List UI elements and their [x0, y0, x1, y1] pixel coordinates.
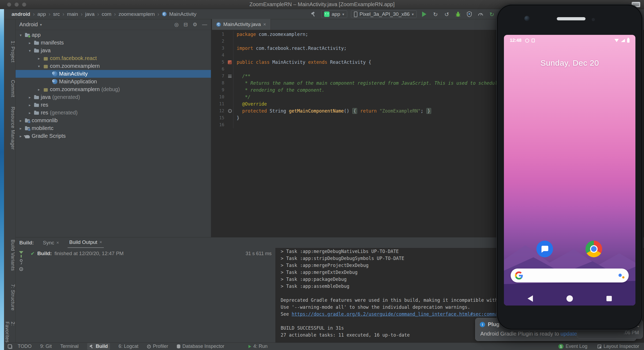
tree-arrow-icon[interactable]: ▸ — [18, 126, 23, 131]
run-button[interactable] — [420, 10, 428, 18]
messages-app-icon[interactable] — [536, 241, 553, 257]
breadcrumb-item-android[interactable]: android — [12, 11, 30, 17]
tree-item-com-facebook-react[interactable]: ▸com.facebook.react — [16, 54, 211, 62]
close-tab-icon[interactable]: × — [56, 240, 59, 245]
tree-item-label: MainActivity — [59, 71, 88, 77]
breadcrumb-item-app[interactable]: app — [37, 11, 46, 17]
gutter-marker — [226, 100, 233, 107]
console-text: > Task :app:mergeProjectDexDebug — [281, 263, 369, 268]
run-configuration-select[interactable]: app ▾ — [321, 10, 347, 18]
tree-item-mobilertc[interactable]: ▸mobilertc — [16, 124, 211, 132]
breadcrumb-item-mainactivity[interactable]: MainActivity — [169, 11, 196, 17]
tree-item-java[interactable]: ▸java (generated) — [16, 93, 211, 101]
sidebar-item-commit[interactable]: Commit — [4, 80, 16, 97]
project-view-selector[interactable]: Android — [19, 21, 38, 28]
package-icon — [43, 64, 48, 69]
statusbar-6-logcat[interactable]: 6: Logcat — [119, 344, 138, 349]
wifi-icon — [614, 39, 619, 42]
sidebar-item-build-variants[interactable]: Build Variants — [4, 240, 16, 271]
locate-file-icon[interactable]: ◎ — [174, 21, 179, 28]
tree-arrow-icon[interactable]: ▸ — [27, 95, 32, 99]
breadcrumb-item-main[interactable]: main — [67, 11, 78, 17]
class-icon: C — [52, 79, 57, 84]
locate-icon[interactable] — [19, 267, 23, 271]
tree-arrow-icon[interactable]: ▸ — [27, 41, 32, 45]
override-gutter-icon[interactable] — [228, 109, 232, 113]
sidebar-item-favorites[interactable]: 2: Favorites — [4, 322, 16, 343]
tree-arrow-icon[interactable]: ▸ — [18, 134, 23, 138]
filter-icon[interactable] — [19, 251, 23, 254]
tree-item-app[interactable]: ▾app — [16, 31, 211, 39]
tree-arrow-icon[interactable]: ▸ — [36, 87, 41, 92]
tree-item-com-zoomexamplern[interactable]: ▾com.zoomexamplern — [16, 62, 211, 70]
tab-sync[interactable]: Sync × — [41, 237, 61, 248]
statusbar-terminal[interactable]: Terminal — [60, 344, 79, 349]
tree-item-manifests[interactable]: ▸manifests — [16, 39, 211, 47]
doc-gutter-icon[interactable] — [228, 75, 232, 78]
pin-icon[interactable] — [20, 259, 23, 262]
tree-arrow-icon[interactable]: ▸ — [18, 118, 23, 123]
tree-arrow-icon[interactable]: ▸ — [27, 111, 32, 115]
tree-arrow-icon[interactable]: ▾ — [18, 33, 23, 37]
chrome-app-icon[interactable] — [586, 241, 602, 257]
statusbar-database-inspector[interactable]: Database Inspector — [177, 344, 224, 349]
breadcrumb-item-zoomexamplern[interactable]: zoomexamplern — [119, 11, 155, 17]
breadcrumb-item-src[interactable]: src — [53, 11, 60, 17]
tree-item-commonlib[interactable]: ▸commonlib — [16, 117, 211, 124]
toolwindow-switcher-icon[interactable] — [8, 344, 12, 348]
device-select[interactable]: Pixel_3a_API_30_x86 ▾ — [351, 10, 417, 18]
statusbar-9-git[interactable]: 9: Git — [40, 344, 52, 349]
tree-item-mainactivity[interactable]: CMainActivity — [16, 70, 211, 78]
tree-arrow-icon[interactable]: ▸ — [27, 103, 32, 107]
build-hammer-icon[interactable] — [310, 10, 317, 18]
sync-project-button[interactable]: ↻ — [488, 10, 496, 18]
statusbar-build[interactable]: Build — [87, 343, 110, 350]
run-icon — [248, 345, 251, 348]
build-result-row[interactable]: ✔ Build: finished at 12/20/20, 12:47 PM … — [27, 248, 275, 256]
attach-debugger-button[interactable] — [466, 10, 473, 18]
console-link[interactable]: https://docs.gradle.org/6.2/userguide/co… — [292, 311, 498, 317]
statusbar-event-log[interactable]: 1Event Log — [558, 344, 587, 349]
profile-button[interactable] — [477, 10, 484, 18]
folder-icon — [34, 40, 39, 46]
tab-mainactivity[interactable]: C MainActivity.java × — [212, 19, 271, 30]
activity-gutter-icon[interactable] — [228, 60, 232, 64]
statusbar-layout-inspector[interactable]: Layout Inspector — [598, 344, 639, 349]
close-tab-icon[interactable]: × — [263, 22, 266, 27]
hide-panel-icon[interactable]: ― — [202, 21, 207, 28]
nav-home-button[interactable] — [566, 295, 573, 302]
sidebar-item-project[interactable]: 1: Project — [4, 41, 16, 62]
tree-item-java[interactable]: ▾java — [16, 47, 211, 54]
tree-arrow-icon[interactable]: ▾ — [36, 64, 41, 68]
debug-button[interactable] — [454, 10, 462, 18]
apply-changes-button[interactable]: ↻ — [432, 10, 439, 18]
close-tab-icon[interactable]: × — [100, 240, 102, 245]
tree-arrow-icon[interactable]: ▾ — [27, 49, 32, 53]
statusbar-4-run[interactable]: 4: Run — [248, 344, 268, 349]
apply-code-changes-button[interactable]: ↺ — [443, 10, 451, 18]
assistant-dots-icon[interactable] — [617, 271, 624, 280]
nav-back-button[interactable] — [528, 295, 533, 302]
nav-recents-button[interactable] — [606, 296, 612, 301]
tree-arrow-icon[interactable]: ▸ — [36, 56, 41, 61]
breadcrumb-separator: › — [33, 11, 35, 17]
event-count-badge: 1 — [558, 344, 564, 349]
tree-item-res[interactable]: ▸res — [16, 101, 211, 109]
statusbar-todo[interactable]: TODO — [18, 344, 32, 349]
collapse-all-icon[interactable]: ⊟ — [184, 21, 188, 28]
emulator-screen[interactable]: 12:48 Sunday, Dec 20 — [504, 35, 635, 306]
sidebar-item-resource-manager[interactable]: Resource Manager — [4, 107, 16, 150]
sidebar-item-structure[interactable]: 7: Structure — [4, 284, 16, 311]
tab-build-output[interactable]: Build Output × — [68, 237, 104, 248]
tree-item-com-zoomexamplern[interactable]: ▸com.zoomexamplern (debug) — [16, 85, 211, 93]
tree-item-res[interactable]: ▸res (generated) — [16, 109, 211, 117]
statusbar-profiler[interactable]: Profiler — [147, 344, 168, 349]
google-search-bar[interactable] — [511, 269, 629, 282]
update-link[interactable]: update — [561, 331, 577, 337]
tree-item-mainapplication[interactable]: CMainApplication — [16, 78, 211, 85]
breadcrumb-item-java[interactable]: java — [85, 11, 95, 17]
breadcrumb-item-com[interactable]: com — [102, 11, 111, 17]
gear-icon[interactable]: ⚙ — [193, 21, 197, 28]
tree-item-gradle-scripts[interactable]: ▸Gradle Scripts — [16, 132, 211, 140]
gutter-marker — [226, 45, 233, 52]
